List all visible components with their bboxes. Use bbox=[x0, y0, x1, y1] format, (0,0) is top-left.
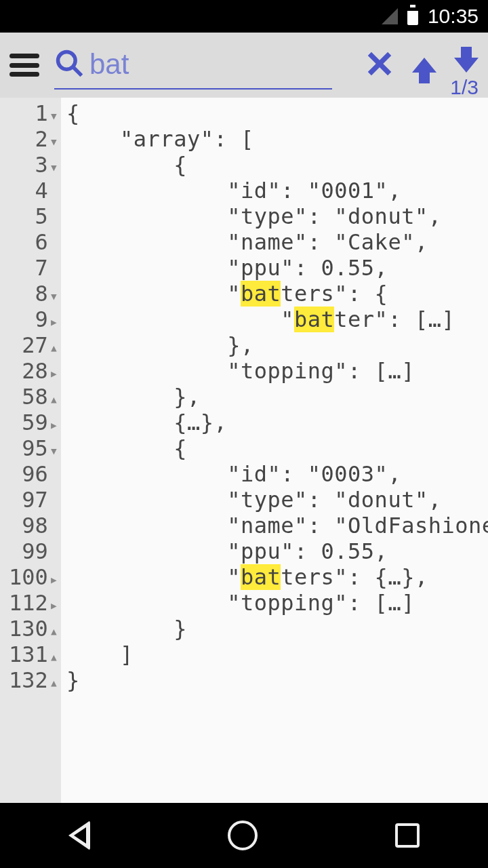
gutter-line[interactable]: 5 bbox=[0, 203, 61, 229]
gutter-line[interactable]: 27▴ bbox=[0, 332, 61, 358]
search-field-wrap bbox=[54, 41, 332, 90]
code-area[interactable]: { "array": [ { "id": "0001", "type": "do… bbox=[61, 98, 488, 803]
gutter-line[interactable]: 131▴ bbox=[0, 642, 61, 667]
code-line[interactable]: "batter": […] bbox=[66, 307, 488, 332]
status-time: 10:35 bbox=[428, 5, 479, 28]
code-line[interactable]: "id": "0001", bbox=[66, 178, 488, 203]
search-input[interactable] bbox=[84, 45, 332, 83]
gutter-line[interactable]: 96 bbox=[0, 461, 61, 487]
gutter-line[interactable]: 112▸ bbox=[0, 590, 61, 616]
code-line[interactable]: "topping": […] bbox=[66, 358, 488, 384]
gutter-line[interactable]: 98 bbox=[0, 513, 61, 538]
code-line[interactable]: "id": "0003", bbox=[66, 461, 488, 487]
gutter-line[interactable]: 100▸ bbox=[0, 564, 61, 590]
battery-icon bbox=[407, 7, 418, 25]
svg-point-0 bbox=[58, 52, 76, 70]
clear-search-button[interactable] bbox=[365, 49, 394, 81]
code-line[interactable]: {…}, bbox=[66, 410, 488, 435]
gutter-line[interactable]: 9▸ bbox=[0, 307, 61, 332]
signal-icon bbox=[382, 8, 398, 24]
gutter-line[interactable]: 2▾ bbox=[0, 126, 61, 152]
gutter-line[interactable]: 59▸ bbox=[0, 410, 61, 435]
gutter-line[interactable]: 95▾ bbox=[0, 435, 61, 461]
toolbar: 1/3 bbox=[0, 33, 488, 98]
gutter-line[interactable]: 58▴ bbox=[0, 384, 61, 410]
code-line[interactable]: }, bbox=[66, 332, 488, 358]
editor[interactable]: 1▾2▾3▾4 5 6 7 8▾9▸27▴28▸58▴59▸95▾96 97 9… bbox=[0, 98, 488, 803]
status-bar: 10:35 bbox=[0, 0, 488, 33]
gutter-line[interactable]: 28▸ bbox=[0, 358, 61, 384]
next-match-button[interactable] bbox=[454, 58, 479, 73]
code-line[interactable]: "name": "Cake", bbox=[66, 229, 488, 255]
svg-line-1 bbox=[73, 67, 82, 76]
code-line[interactable]: "topping": […] bbox=[66, 590, 488, 616]
code-line[interactable]: } bbox=[66, 616, 488, 642]
code-line[interactable]: "type": "donut", bbox=[66, 487, 488, 513]
gutter-line[interactable]: 130▴ bbox=[0, 616, 61, 642]
home-button[interactable] bbox=[228, 821, 258, 850]
gutter-line[interactable]: 6 bbox=[0, 229, 61, 255]
gutter-line[interactable]: 1▾ bbox=[0, 100, 61, 126]
gutter-line[interactable]: 3▾ bbox=[0, 152, 61, 178]
match-counter: 1/3 bbox=[450, 76, 479, 99]
back-button[interactable] bbox=[68, 821, 90, 850]
code-line[interactable]: { bbox=[66, 152, 488, 178]
code-line[interactable]: }, bbox=[66, 384, 488, 410]
gutter-line[interactable]: 99 bbox=[0, 538, 61, 564]
code-line[interactable]: "type": "donut", bbox=[66, 203, 488, 229]
code-line[interactable]: } bbox=[66, 667, 488, 693]
code-line[interactable]: { bbox=[66, 100, 488, 126]
gutter-line[interactable]: 7 bbox=[0, 255, 61, 281]
prev-match-button[interactable] bbox=[412, 58, 436, 73]
code-line[interactable]: "batters": { bbox=[66, 281, 488, 307]
gutter-line[interactable]: 97 bbox=[0, 487, 61, 513]
code-line[interactable]: "ppu": 0.55, bbox=[66, 255, 488, 281]
code-line[interactable]: ] bbox=[66, 642, 488, 667]
line-gutter[interactable]: 1▾2▾3▾4 5 6 7 8▾9▸27▴28▸58▴59▸95▾96 97 9… bbox=[0, 98, 61, 803]
menu-button[interactable] bbox=[9, 54, 39, 77]
code-line[interactable]: { bbox=[66, 435, 488, 461]
code-line[interactable]: "ppu": 0.55, bbox=[66, 538, 488, 564]
recent-apps-button[interactable] bbox=[395, 823, 420, 848]
code-line[interactable]: "batters": {…}, bbox=[66, 564, 488, 590]
android-nav-bar bbox=[0, 803, 488, 868]
gutter-line[interactable]: 4 bbox=[0, 178, 61, 203]
gutter-line[interactable]: 8▾ bbox=[0, 281, 61, 307]
search-icon bbox=[54, 48, 84, 81]
code-line[interactable]: "name": "OldFashioned", bbox=[66, 513, 488, 538]
code-line[interactable]: "array": [ bbox=[66, 126, 488, 152]
gutter-line[interactable]: 132▴ bbox=[0, 667, 61, 693]
